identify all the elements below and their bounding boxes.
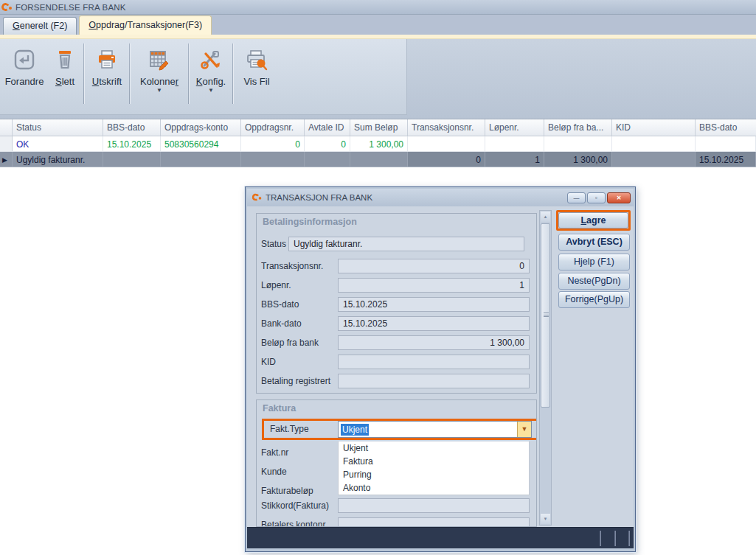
cell-transaksjonsnr[interactable]: 0 xyxy=(408,152,485,167)
toolbar-separator xyxy=(188,43,190,104)
dropdown-option[interactable]: Akonto xyxy=(339,481,529,495)
kolonner-button[interactable]: Kolonner ▼ xyxy=(131,41,187,109)
cell-lopenr[interactable] xyxy=(485,136,544,151)
group-title: Betalingsinformasjon xyxy=(257,214,536,227)
lagre-button[interactable]: Lagre xyxy=(558,212,628,228)
column-header-transaksjonsnr[interactable]: Transaksjonsnr. xyxy=(408,119,485,136)
dropdown-option[interactable]: Purring xyxy=(339,468,529,481)
statusbar-separator xyxy=(600,531,601,546)
toolbar-separator xyxy=(83,43,85,104)
kid-field[interactable] xyxy=(338,355,530,369)
restore-icon[interactable]: ▫ xyxy=(587,192,606,203)
cell-lopenr[interactable]: 1 xyxy=(485,152,544,167)
row-selector-header[interactable] xyxy=(0,119,13,136)
tab-generelt[interactable]: Generelt (F2) xyxy=(3,17,77,35)
column-header-oppdrags-konto[interactable]: Oppdrags-konto xyxy=(161,119,241,136)
konfig-button[interactable]: Konfig. ▼ xyxy=(190,41,232,109)
cell-belop-fra-bank[interactable] xyxy=(544,136,612,151)
toolbar-separator xyxy=(232,43,234,104)
fakt-type-label: Fakt.Type xyxy=(270,422,309,437)
cell-sum-belop[interactable] xyxy=(350,152,408,167)
cell-sum-belop[interactable]: 1 300,00 xyxy=(350,136,408,151)
cell-avtale-id[interactable]: 0 xyxy=(305,136,350,151)
lopenr-label: Løpenr. xyxy=(261,278,291,293)
fakt-nr-label: Fakt.nr xyxy=(261,445,288,460)
status-field[interactable]: Ugyldig fakturanr. xyxy=(288,237,524,251)
kunde-label: Kunde xyxy=(261,464,287,479)
minimize-icon[interactable]: — xyxy=(567,192,586,203)
hjelp-button[interactable]: Hjelp (F1) xyxy=(558,254,630,270)
grid-row-selected[interactable]: ▶ Ugyldig fakturanr. 0 1 1 300,00 15.10.… xyxy=(0,152,756,167)
neste-button[interactable]: Neste(PgDn) xyxy=(558,273,630,290)
combobox-selected-value: Ukjent xyxy=(341,424,369,436)
column-header-kid[interactable]: KID xyxy=(612,119,696,136)
fakt-type-combobox[interactable]: Ukjent ▼ xyxy=(338,421,532,438)
transaksjonsnr-field[interactable]: 0 xyxy=(338,259,530,273)
cell-belop-fra-bank[interactable]: 1 300,00 xyxy=(544,152,612,167)
stikkord-field[interactable] xyxy=(338,498,530,513)
column-header-avtale-id[interactable]: Avtale ID xyxy=(305,119,350,136)
statusbar-separator xyxy=(628,531,630,546)
dropdown-caret-icon[interactable]: ▼ xyxy=(156,88,162,94)
cell-oppdrags-konto[interactable]: 50830560294 xyxy=(161,136,241,151)
slett-button[interactable]: Slett xyxy=(47,41,83,109)
dialog-scrollbar[interactable]: ▲ ▼ xyxy=(539,210,552,526)
cell-avtale-id[interactable] xyxy=(305,152,350,167)
column-header-oppdragsnr[interactable]: Oppdragsnr. xyxy=(241,119,305,136)
bbs-dato-field[interactable]: 15.10.2025 xyxy=(338,297,530,312)
cell-bbs-dato-2[interactable] xyxy=(696,136,756,151)
forrige-button[interactable]: Forrige(PgUp) xyxy=(558,291,630,308)
scroll-down-icon[interactable]: ▼ xyxy=(541,514,550,524)
cell-oppdrags-konto[interactable] xyxy=(161,152,241,167)
bbs-dato-label: BBS-dato xyxy=(261,297,299,312)
cell-status[interactable]: OK xyxy=(13,136,103,151)
dropdown-option[interactable]: Faktura xyxy=(339,455,529,468)
cell-bbs-dato[interactable] xyxy=(103,152,161,167)
current-row-arrow-icon[interactable]: ▶ xyxy=(0,152,13,167)
grid-row-ok[interactable]: OK 15.10.2025 50830560294 0 0 1 300,00 xyxy=(0,136,756,152)
betaling-registrert-field[interactable] xyxy=(338,374,530,388)
group-title: Faktura xyxy=(257,400,536,413)
cell-oppdragsnr[interactable] xyxy=(241,152,305,167)
column-header-bbs-dato[interactable]: BBS-dato xyxy=(103,119,161,136)
cell-kid[interactable] xyxy=(612,136,696,151)
toolbar-button-label: Kolonner xyxy=(140,76,178,87)
betalers-kontonr-field[interactable] xyxy=(338,517,530,527)
cell-bbs-dato[interactable]: 15.10.2025 xyxy=(103,136,161,151)
fakt-type-highlight: Fakt.Type Ukjent ▼ xyxy=(262,419,537,440)
utskrift-button[interactable]: Utskrift xyxy=(86,41,128,109)
vis-fil-button[interactable]: Vis Fil xyxy=(235,41,279,109)
app-logo-icon xyxy=(1,2,12,13)
column-header-status[interactable]: Status xyxy=(13,119,103,136)
tab-strip: Generelt (F2) Oppdrag/Transaksjoner(F3) xyxy=(0,15,756,35)
cell-status[interactable]: Ugyldig fakturanr. xyxy=(13,152,103,167)
scrollbar-grip-icon xyxy=(544,313,549,317)
belop-fra-bank-field[interactable]: 1 300,00 xyxy=(338,335,530,350)
lopenr-field[interactable]: 1 xyxy=(338,278,530,293)
dropdown-caret-icon[interactable]: ▼ xyxy=(208,88,214,94)
dropdown-option[interactable]: Ukjent xyxy=(339,441,529,455)
scrollbar-thumb[interactable] xyxy=(541,223,550,408)
column-header-belop-fra-bank[interactable]: Beløp fra ba... xyxy=(544,119,612,136)
close-icon[interactable]: ✕ xyxy=(607,192,631,203)
column-header-bbs-dato-2[interactable]: BBS-dato xyxy=(696,119,756,136)
dialog-title: TRANSAKSJON FRA BANK xyxy=(266,193,567,202)
fakt-type-dropdown-list: Ukjent Faktura Purring Akonto xyxy=(338,441,530,495)
forandre-button[interactable]: Forandre xyxy=(1,41,47,109)
status-label: Status xyxy=(261,237,286,251)
bank-dato-label: Bank-dato xyxy=(261,316,302,331)
cell-kid[interactable] xyxy=(612,152,696,167)
combobox-caret-icon[interactable]: ▼ xyxy=(517,422,531,437)
scroll-up-icon[interactable]: ▲ xyxy=(541,212,550,222)
trash-icon xyxy=(53,45,77,74)
cell-oppdragsnr[interactable]: 0 xyxy=(241,136,305,151)
avbryt-button[interactable]: Avbryt (ESC) xyxy=(558,234,630,251)
cell-bbs-dato-2[interactable]: 15.10.2025 xyxy=(696,152,756,167)
column-header-lopenr[interactable]: Løpenr. xyxy=(485,119,544,136)
bank-dato-field[interactable]: 15.10.2025 xyxy=(338,316,530,331)
tab-oppdrag-transaksjoner[interactable]: Oppdrag/Transaksjoner(F3) xyxy=(79,15,212,35)
column-header-sum-belop[interactable]: Sum Beløp xyxy=(350,119,408,136)
row-selector-cell[interactable] xyxy=(0,136,13,151)
dialog-body: Betalingsinformasjon Status Ugyldig fakt… xyxy=(247,206,634,548)
cell-transaksjonsnr[interactable] xyxy=(408,136,485,151)
